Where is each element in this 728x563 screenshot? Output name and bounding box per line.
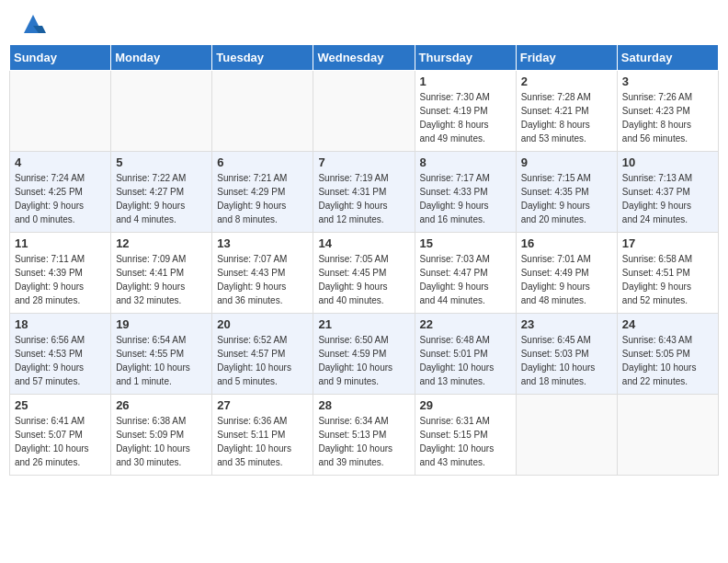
calendar-cell: 25Sunrise: 6:41 AMSunset: 5:07 PMDayligh… bbox=[10, 395, 111, 476]
day-number: 7 bbox=[318, 155, 409, 169]
calendar-cell: 12Sunrise: 7:09 AMSunset: 4:41 PMDayligh… bbox=[111, 233, 212, 314]
calendar-cell: 6Sunrise: 7:21 AMSunset: 4:29 PMDaylight… bbox=[212, 152, 313, 233]
column-header-saturday: Saturday bbox=[617, 45, 718, 71]
calendar-cell bbox=[111, 71, 212, 152]
day-number: 15 bbox=[420, 236, 511, 250]
day-number: 18 bbox=[15, 317, 106, 331]
day-info: Sunrise: 7:05 AMSunset: 4:45 PMDaylight:… bbox=[318, 252, 409, 307]
day-number: 25 bbox=[15, 398, 106, 412]
calendar-table: SundayMondayTuesdayWednesdayThursdayFrid… bbox=[9, 44, 719, 476]
day-number: 24 bbox=[622, 317, 713, 331]
day-info: Sunrise: 6:36 AMSunset: 5:11 PMDaylight:… bbox=[217, 414, 308, 469]
calendar-cell: 20Sunrise: 6:52 AMSunset: 4:57 PMDayligh… bbox=[212, 314, 313, 395]
column-header-tuesday: Tuesday bbox=[212, 45, 313, 71]
calendar-cell: 13Sunrise: 7:07 AMSunset: 4:43 PMDayligh… bbox=[212, 233, 313, 314]
calendar-week-row: 4Sunrise: 7:24 AMSunset: 4:25 PMDaylight… bbox=[10, 152, 719, 233]
day-number: 12 bbox=[116, 236, 207, 250]
day-number: 14 bbox=[318, 236, 409, 250]
calendar-wrapper: SundayMondayTuesdayWednesdayThursdayFrid… bbox=[0, 44, 728, 485]
calendar-cell bbox=[516, 395, 617, 476]
calendar-cell: 14Sunrise: 7:05 AMSunset: 4:45 PMDayligh… bbox=[313, 233, 415, 314]
column-header-friday: Friday bbox=[516, 45, 617, 71]
day-info: Sunrise: 7:09 AMSunset: 4:41 PMDaylight:… bbox=[116, 252, 207, 307]
day-info: Sunrise: 7:30 AMSunset: 4:19 PMDaylight:… bbox=[420, 90, 511, 145]
day-info: Sunrise: 7:11 AMSunset: 4:39 PMDaylight:… bbox=[15, 252, 106, 307]
calendar-cell: 19Sunrise: 6:54 AMSunset: 4:55 PMDayligh… bbox=[111, 314, 212, 395]
calendar-cell: 21Sunrise: 6:50 AMSunset: 4:59 PMDayligh… bbox=[313, 314, 415, 395]
calendar-cell: 22Sunrise: 6:48 AMSunset: 5:01 PMDayligh… bbox=[415, 314, 516, 395]
calendar-cell: 29Sunrise: 6:31 AMSunset: 5:15 PMDayligh… bbox=[415, 395, 516, 476]
logo bbox=[18, 15, 46, 37]
day-info: Sunrise: 6:34 AMSunset: 5:13 PMDaylight:… bbox=[318, 414, 409, 469]
calendar-cell bbox=[617, 395, 718, 476]
column-header-sunday: Sunday bbox=[10, 45, 111, 71]
day-info: Sunrise: 7:13 AMSunset: 4:37 PMDaylight:… bbox=[622, 171, 713, 226]
day-number: 5 bbox=[116, 155, 207, 169]
calendar-cell: 24Sunrise: 6:43 AMSunset: 5:05 PMDayligh… bbox=[617, 314, 718, 395]
calendar-cell: 9Sunrise: 7:15 AMSunset: 4:35 PMDaylight… bbox=[516, 152, 617, 233]
calendar-cell: 11Sunrise: 7:11 AMSunset: 4:39 PMDayligh… bbox=[10, 233, 111, 314]
day-number: 1 bbox=[420, 75, 511, 88]
header-row: SundayMondayTuesdayWednesdayThursdayFrid… bbox=[10, 45, 719, 71]
day-number: 11 bbox=[15, 236, 106, 250]
page-header bbox=[0, 0, 728, 44]
calendar-cell: 27Sunrise: 6:36 AMSunset: 5:11 PMDayligh… bbox=[212, 395, 313, 476]
day-number: 29 bbox=[420, 398, 511, 412]
day-info: Sunrise: 6:50 AMSunset: 4:59 PMDaylight:… bbox=[318, 333, 409, 388]
day-info: Sunrise: 6:52 AMSunset: 4:57 PMDaylight:… bbox=[217, 333, 308, 388]
day-info: Sunrise: 6:48 AMSunset: 5:01 PMDaylight:… bbox=[420, 333, 511, 388]
calendar-cell: 7Sunrise: 7:19 AMSunset: 4:31 PMDaylight… bbox=[313, 152, 415, 233]
day-info: Sunrise: 7:21 AMSunset: 4:29 PMDaylight:… bbox=[217, 171, 308, 226]
day-number: 9 bbox=[521, 155, 612, 169]
day-number: 19 bbox=[116, 317, 207, 331]
day-number: 4 bbox=[15, 155, 106, 169]
calendar-cell: 26Sunrise: 6:38 AMSunset: 5:09 PMDayligh… bbox=[111, 395, 212, 476]
day-info: Sunrise: 7:03 AMSunset: 4:47 PMDaylight:… bbox=[420, 252, 511, 307]
calendar-cell: 4Sunrise: 7:24 AMSunset: 4:25 PMDaylight… bbox=[10, 152, 111, 233]
day-info: Sunrise: 6:56 AMSunset: 4:53 PMDaylight:… bbox=[15, 333, 106, 388]
day-number: 3 bbox=[622, 75, 713, 88]
calendar-cell: 16Sunrise: 7:01 AMSunset: 4:49 PMDayligh… bbox=[516, 233, 617, 314]
calendar-cell bbox=[10, 71, 111, 152]
calendar-cell: 23Sunrise: 6:45 AMSunset: 5:03 PMDayligh… bbox=[516, 314, 617, 395]
day-info: Sunrise: 7:01 AMSunset: 4:49 PMDaylight:… bbox=[521, 252, 612, 307]
day-number: 10 bbox=[622, 155, 713, 169]
day-info: Sunrise: 7:19 AMSunset: 4:31 PMDaylight:… bbox=[318, 171, 409, 226]
day-number: 21 bbox=[318, 317, 409, 331]
column-header-wednesday: Wednesday bbox=[313, 45, 415, 71]
day-number: 13 bbox=[217, 236, 308, 250]
calendar-cell: 8Sunrise: 7:17 AMSunset: 4:33 PMDaylight… bbox=[415, 152, 516, 233]
calendar-cell: 10Sunrise: 7:13 AMSunset: 4:37 PMDayligh… bbox=[617, 152, 718, 233]
day-info: Sunrise: 6:41 AMSunset: 5:07 PMDaylight:… bbox=[15, 414, 106, 469]
day-number: 26 bbox=[116, 398, 207, 412]
day-info: Sunrise: 7:07 AMSunset: 4:43 PMDaylight:… bbox=[217, 252, 308, 307]
day-number: 8 bbox=[420, 155, 511, 169]
day-info: Sunrise: 7:26 AMSunset: 4:23 PMDaylight:… bbox=[622, 90, 713, 145]
calendar-week-row: 1Sunrise: 7:30 AMSunset: 4:19 PMDaylight… bbox=[10, 71, 719, 152]
calendar-week-row: 25Sunrise: 6:41 AMSunset: 5:07 PMDayligh… bbox=[10, 395, 719, 476]
calendar-week-row: 18Sunrise: 6:56 AMSunset: 4:53 PMDayligh… bbox=[10, 314, 719, 395]
calendar-cell: 5Sunrise: 7:22 AMSunset: 4:27 PMDaylight… bbox=[111, 152, 212, 233]
calendar-week-row: 11Sunrise: 7:11 AMSunset: 4:39 PMDayligh… bbox=[10, 233, 719, 314]
calendar-cell: 3Sunrise: 7:26 AMSunset: 4:23 PMDaylight… bbox=[617, 71, 718, 152]
column-header-monday: Monday bbox=[111, 45, 212, 71]
calendar-cell: 17Sunrise: 6:58 AMSunset: 4:51 PMDayligh… bbox=[617, 233, 718, 314]
day-info: Sunrise: 6:31 AMSunset: 5:15 PMDaylight:… bbox=[420, 414, 511, 469]
day-info: Sunrise: 6:58 AMSunset: 4:51 PMDaylight:… bbox=[622, 252, 713, 307]
logo-icon bbox=[20, 11, 46, 37]
day-info: Sunrise: 6:38 AMSunset: 5:09 PMDaylight:… bbox=[116, 414, 207, 469]
day-info: Sunrise: 7:22 AMSunset: 4:27 PMDaylight:… bbox=[116, 171, 207, 226]
day-number: 20 bbox=[217, 317, 308, 331]
calendar-body: 1Sunrise: 7:30 AMSunset: 4:19 PMDaylight… bbox=[10, 71, 719, 476]
calendar-header: SundayMondayTuesdayWednesdayThursdayFrid… bbox=[10, 45, 719, 71]
calendar-cell: 1Sunrise: 7:30 AMSunset: 4:19 PMDaylight… bbox=[415, 71, 516, 152]
day-info: Sunrise: 7:24 AMSunset: 4:25 PMDaylight:… bbox=[15, 171, 106, 226]
calendar-cell: 18Sunrise: 6:56 AMSunset: 4:53 PMDayligh… bbox=[10, 314, 111, 395]
day-number: 16 bbox=[521, 236, 612, 250]
calendar-cell: 15Sunrise: 7:03 AMSunset: 4:47 PMDayligh… bbox=[415, 233, 516, 314]
day-info: Sunrise: 7:15 AMSunset: 4:35 PMDaylight:… bbox=[521, 171, 612, 226]
calendar-cell bbox=[313, 71, 415, 152]
day-number: 23 bbox=[521, 317, 612, 331]
calendar-cell bbox=[212, 71, 313, 152]
day-number: 27 bbox=[217, 398, 308, 412]
